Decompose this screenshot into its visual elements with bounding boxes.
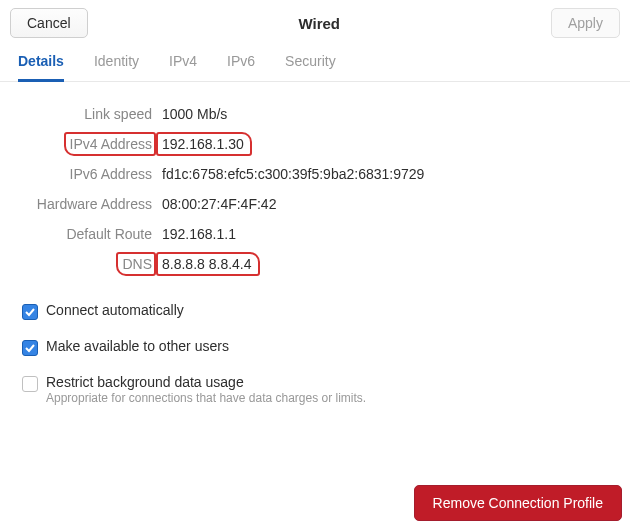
checkbox-share[interactable] [22, 340, 38, 356]
label-hardware-address: Hardware Address [22, 196, 152, 212]
dialog-title: Wired [299, 15, 341, 32]
value-default-route: 192.168.1.1 [162, 226, 608, 242]
tab-bar: Details Identity IPv4 IPv6 Security [0, 46, 630, 82]
label-dns: DNS [22, 256, 152, 272]
tab-details[interactable]: Details [18, 53, 64, 82]
checkbox-restrict[interactable] [22, 376, 38, 392]
check-icon [24, 306, 36, 318]
apply-button[interactable]: Apply [551, 8, 620, 38]
value-dns: 8.8.8.8 8.8.4.4 [162, 256, 608, 272]
sublabel-restrict: Appropriate for connections that have da… [46, 391, 366, 405]
info-table: Link speed 1000 Mb/s IPv4 Address 192.16… [22, 106, 608, 272]
label-default-route: Default Route [22, 226, 152, 242]
tab-ipv4[interactable]: IPv4 [169, 53, 197, 82]
label-restrict: Restrict background data usage [46, 374, 366, 390]
details-panel: Link speed 1000 Mb/s IPv4 Address 192.16… [0, 82, 630, 433]
label-link-speed: Link speed [22, 106, 152, 122]
label-connect-auto: Connect automatically [46, 302, 184, 318]
checkbox-connect-auto[interactable] [22, 304, 38, 320]
checkbox-row-share: Make available to other users [22, 338, 608, 356]
label-ipv4-address: IPv4 Address [22, 136, 152, 152]
label-share: Make available to other users [46, 338, 229, 354]
tab-security[interactable]: Security [285, 53, 336, 82]
remove-profile-button[interactable]: Remove Connection Profile [414, 485, 622, 521]
check-icon [24, 342, 36, 354]
value-hardware-address: 08:00:27:4F:4F:42 [162, 196, 608, 212]
checkbox-row-auto: Connect automatically [22, 302, 608, 320]
value-ipv6-address: fd1c:6758:efc5:c300:39f5:9ba2:6831:9729 [162, 166, 608, 182]
value-ipv4-address: 192.168.1.30 [162, 136, 608, 152]
value-link-speed: 1000 Mb/s [162, 106, 608, 122]
tab-identity[interactable]: Identity [94, 53, 139, 82]
label-ipv6-address: IPv6 Address [22, 166, 152, 182]
dialog-footer: Remove Connection Profile [414, 485, 622, 521]
cancel-button[interactable]: Cancel [10, 8, 88, 38]
checkbox-row-restrict: Restrict background data usage Appropria… [22, 374, 608, 405]
dialog-header: Cancel Wired Apply [0, 0, 630, 46]
tab-ipv6[interactable]: IPv6 [227, 53, 255, 82]
